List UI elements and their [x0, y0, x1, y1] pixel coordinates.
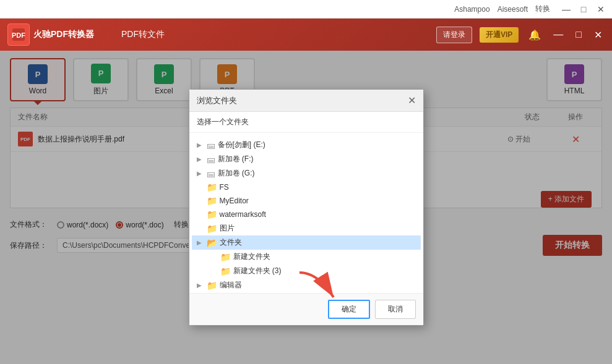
drive-icon: 🖴: [207, 169, 215, 179]
folder-icon: 📁: [207, 281, 217, 290]
app-logo: PDF 火驰PDF转换器: [7, 23, 94, 46]
folder-open-icon: 📂: [207, 238, 217, 248]
toolbar-pdf-title: PDF转文件: [114, 27, 172, 43]
list-item[interactable]: ▶ 🖴 新加卷 (F:): [192, 152, 421, 166]
browse-folder-dialog: 浏览文件夹 ✕ 选择一个文件夹 ▶ 🖴 备份[勿删] (E:) ▶ 🖴 新加卷 …: [189, 89, 424, 326]
tree-item-label: MyEditor: [220, 197, 249, 205]
list-item[interactable]: 📁 新建文件夹: [192, 250, 421, 264]
list-item[interactable]: ▶ 📁 编辑器: [192, 278, 421, 292]
dialog-close-button[interactable]: ✕: [408, 95, 416, 106]
folder-icon: 📁: [220, 252, 231, 262]
folder-icon: 📁: [207, 196, 217, 206]
app-toolbar: PDF 火驰PDF转换器 PDF转文件 请登录 开通VIP 🔔 — □ ✕: [0, 19, 612, 51]
close-button[interactable]: ✕: [595, 3, 607, 15]
tree-item-label: 新建文件夹 (3): [233, 266, 282, 276]
titlebar-controls: — □ ✕: [560, 3, 607, 15]
list-item[interactable]: ▶ 📂 文件夹: [192, 235, 421, 250]
logo-text: 火驰PDF转换器: [33, 29, 94, 40]
list-item[interactable]: 📁 图片: [192, 221, 421, 235]
dialog-titlebar: 浏览文件夹 ✕: [189, 90, 423, 112]
list-item[interactable]: 📁 新建文件夹 (3): [192, 264, 421, 278]
login-button[interactable]: 请登录: [436, 27, 472, 43]
svg-text:PDF: PDF: [12, 32, 25, 39]
folder-icon: 📁: [220, 266, 231, 276]
dialog-ok-button[interactable]: 确定: [328, 300, 370, 319]
drive-icon: 🖴: [207, 140, 215, 150]
tree-item-label: watermarksoft: [220, 210, 266, 219]
tree-item-label: 新加卷 (G:): [218, 168, 255, 179]
titlebar-link-convert[interactable]: 转换: [535, 4, 550, 14]
list-item[interactable]: ▶ 🖴 备份[勿删] (E:): [192, 138, 421, 152]
folder-icon: 📁: [207, 182, 217, 192]
titlebar-links: Ashampoo Aiseesoft 转换: [5, 4, 550, 14]
expand-icon: ▶: [197, 142, 204, 148]
tree-item-label: FS: [220, 183, 229, 192]
minimize-button[interactable]: —: [560, 3, 572, 15]
folder-icon: 📁: [207, 210, 217, 219]
tree-item-label: 文件夹: [220, 237, 242, 248]
drive-icon: 🖴: [207, 154, 215, 164]
tree-item-label: 编辑器: [220, 280, 242, 290]
titlebar-link-ashampoo[interactable]: Ashampoo: [454, 5, 489, 14]
list-item[interactable]: 📁 FS: [192, 180, 421, 194]
dialog-cancel-button[interactable]: 取消: [375, 300, 416, 319]
logo-icon: PDF: [7, 23, 30, 46]
main-content: P Word P 图片 P Excel P PPT P HTML 文件名称: [0, 51, 612, 364]
tree-item-label: 新加卷 (F:): [218, 154, 254, 164]
tree-item-label: 新建文件夹: [233, 252, 270, 262]
vip-button[interactable]: 开通VIP: [480, 27, 519, 43]
tree-item-label: 备份[勿删] (E:): [218, 140, 265, 150]
expand-icon: ▶: [197, 156, 204, 163]
dialog-tree[interactable]: ▶ 🖴 备份[勿删] (E:) ▶ 🖴 新加卷 (F:) ▶ 🖴 新加卷 (G:…: [189, 133, 423, 294]
bell-icon[interactable]: 🔔: [526, 27, 543, 43]
expand-icon: ▶: [197, 170, 204, 177]
list-item[interactable]: 📁 MyEditor: [192, 194, 421, 208]
dialog-footer: 确定 取消: [189, 294, 423, 325]
list-item[interactable]: ▶ 🖴 新加卷 (G:): [192, 166, 421, 180]
tree-item-label: 图片: [220, 223, 235, 234]
minimize-app-icon[interactable]: —: [551, 27, 566, 43]
expand-icon: ▶: [197, 282, 204, 289]
titlebar-link-aiseesoft[interactable]: Aiseesoft: [498, 5, 528, 14]
dialog-subtitle: 选择一个文件夹: [189, 112, 423, 133]
expand-icon: ▶: [197, 239, 204, 246]
maximize-app-icon[interactable]: □: [573, 27, 584, 43]
maximize-button[interactable]: □: [577, 3, 590, 15]
folder-icon: 📁: [207, 224, 217, 234]
dialog-title: 浏览文件夹: [197, 95, 237, 106]
list-item[interactable]: 📁 watermarksoft: [192, 208, 421, 221]
titlebar: Ashampoo Aiseesoft 转换 — □ ✕: [0, 0, 612, 19]
close-app-icon[interactable]: ✕: [592, 27, 605, 43]
dialog-overlay: 浏览文件夹 ✕ 选择一个文件夹 ▶ 🖴 备份[勿删] (E:) ▶ 🖴 新加卷 …: [0, 51, 612, 364]
